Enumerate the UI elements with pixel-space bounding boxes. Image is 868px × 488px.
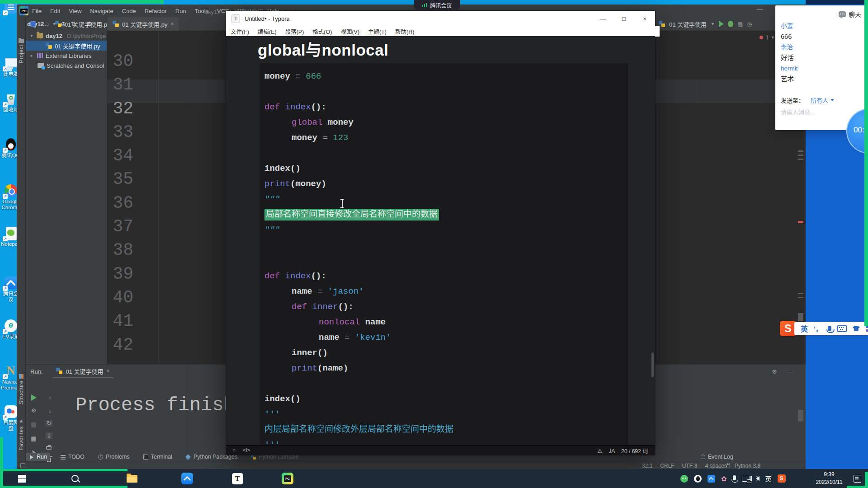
tool-stripe-structure[interactable]: Structure — [17, 374, 26, 404]
chevron-down-icon[interactable]: ▼ — [52, 22, 56, 26]
tree-item-file[interactable]: 01 关键字使用.py — [26, 41, 107, 51]
editor-tab[interactable]: 01 关键字使用.py × — [107, 17, 179, 31]
ime-mode-toggle[interactable]: 英 — [801, 323, 808, 334]
tray-icon[interactable] — [756, 476, 760, 481]
tool-window-tab[interactable]: TODO — [57, 453, 88, 461]
tool-window-tab[interactable]: Terminal — [140, 453, 175, 461]
lock-icon[interactable] — [726, 465, 730, 467]
outline-button[interactable]: ○ — [232, 447, 236, 453]
status-item[interactable]: UTF-8 — [682, 463, 698, 469]
tray-icon[interactable] — [733, 475, 736, 480]
menu-item[interactable]: 编辑(E) — [258, 27, 277, 36]
event-log-button[interactable]: Event Log — [701, 452, 733, 462]
menu-item[interactable]: Edit — [50, 8, 60, 14]
stop-button[interactable] — [31, 422, 36, 427]
tool-stripe-favorites[interactable]: ★ Favorites — [17, 418, 26, 450]
status-item[interactable]: Python 3.8 — [735, 463, 760, 469]
status-item[interactable]: 4 spaces — [705, 463, 727, 469]
chevron-down-icon[interactable] — [830, 99, 834, 101]
down-stack-button[interactable]: ↓ — [47, 407, 53, 414]
project-settings-button[interactable]: ⚙ — [87, 20, 93, 28]
taskbar-app[interactable] — [176, 469, 198, 488]
sender-name[interactable]: hermit — [781, 63, 860, 74]
menu-item[interactable]: 主题(T) — [368, 27, 387, 36]
maximize-button[interactable]: □ — [613, 11, 634, 26]
sogou-logo-icon[interactable]: S — [780, 321, 796, 336]
menu-item[interactable]: View — [69, 8, 81, 14]
typora-document[interactable]: global与nonlocal money = 666def index():g… — [226, 36, 655, 445]
menu-item[interactable]: File — [32, 8, 42, 14]
run-settings-icon[interactable]: ⚙ — [30, 407, 37, 414]
menu-item[interactable]: 文件(F) — [231, 27, 249, 36]
print-icon[interactable] — [46, 446, 52, 450]
typora-titlebar[interactable]: T Untitled• - Typora — □ × — [226, 11, 655, 26]
tool-stripe-project[interactable]: Project — [17, 39, 26, 63]
ime-mic-icon[interactable] — [828, 326, 831, 331]
taskbar-app[interactable]: PC — [277, 469, 298, 488]
taskbar-app[interactable] — [11, 469, 33, 488]
menu-item[interactable]: 视图(V) — [340, 27, 359, 36]
tray-icon[interactable]: 英 — [765, 474, 772, 483]
tree-item-scratches[interactable]: Scratches and Consol — [26, 61, 107, 70]
status-item[interactable]: CRLF — [660, 463, 674, 469]
collapse-all-button[interactable]: ⇅ — [71, 20, 76, 28]
run-hide-button[interactable]: — — [787, 368, 793, 375]
menu-item[interactable]: 段落(P) — [285, 27, 304, 36]
menu-item[interactable]: 帮助(H) — [395, 27, 414, 36]
restore-layout-button[interactable]: ↻ — [46, 420, 52, 427]
action-center-icon[interactable] — [854, 475, 861, 483]
expand-arrow-icon[interactable]: ▸ — [29, 53, 34, 58]
code-block[interactable]: money = 666def index():global moneymoney… — [260, 63, 628, 445]
minimize-button[interactable]: — — [593, 11, 613, 26]
tray-icon[interactable] — [680, 475, 688, 483]
send-to-dropdown[interactable]: 所有人 — [811, 96, 828, 104]
up-stack-button[interactable]: ↑ — [47, 394, 53, 401]
tray-icon[interactable] — [742, 476, 750, 482]
run-tab[interactable]: 01 关键字使用 × — [52, 365, 113, 378]
ime-punctuation-toggle[interactable]: ’， — [814, 324, 822, 333]
tool-window-tab[interactable]: Problems — [95, 453, 133, 461]
taskbar-app[interactable] — [121, 469, 143, 488]
tray-icon[interactable] — [694, 475, 702, 483]
ime-keyboard-icon[interactable] — [837, 325, 847, 332]
word-count[interactable]: 20 / 692 词 — [621, 447, 648, 455]
scroll-to-end-button[interactable]: ↧ — [46, 432, 52, 439]
tool-window-tab[interactable]: Run — [26, 453, 50, 461]
menu-item[interactable]: Run — [175, 8, 186, 14]
close-tab-icon[interactable]: × — [170, 21, 174, 27]
menu-item[interactable]: 格式(O) — [312, 27, 332, 36]
scrollbar-thumb[interactable] — [651, 352, 654, 377]
tool-window-switcher-icon[interactable] — [20, 463, 25, 468]
inspections-widget[interactable]: 1 ▼ — [760, 34, 775, 41]
close-button[interactable]: × — [634, 11, 655, 26]
tray-icon[interactable]: S — [778, 474, 786, 483]
menu-item[interactable]: Code — [122, 8, 136, 14]
close-tab-icon[interactable]: × — [107, 368, 110, 374]
taskbar-clock[interactable]: 9:39 2022/10/11 — [808, 471, 850, 486]
expand-arrow-icon[interactable]: ▾ — [29, 33, 34, 38]
ime-skin-icon[interactable] — [853, 326, 860, 331]
taskbar-app[interactable]: T — [218, 469, 256, 488]
desktop-icon-image: ↗ — [4, 276, 18, 290]
menu-item[interactable]: Refactor — [145, 8, 167, 14]
minimize-button[interactable]: — — [757, 5, 763, 13]
menu-item[interactable]: Navigate — [90, 8, 113, 14]
rerun-button[interactable] — [31, 394, 37, 401]
status-item[interactable]: 32:1 — [642, 463, 652, 469]
locate-file-button[interactable]: ⊕ — [61, 20, 66, 28]
meeting-toolbar-pill[interactable]: 腾讯会议 — [414, 0, 460, 10]
tree-item-external-libraries[interactable]: ▸ External Libraries — [26, 51, 107, 61]
source-mode-button[interactable]: </> — [243, 447, 250, 453]
layout-icon[interactable]: ▦ — [30, 435, 37, 442]
project-view-icon[interactable] — [30, 21, 36, 27]
sender-name[interactable]: 李治 — [781, 42, 860, 52]
tree-item-day12[interactable]: ▾ day12 D:\pythonProje — [26, 31, 107, 41]
sender-name[interactable]: 小蛮 — [781, 21, 860, 31]
tray-icon[interactable] — [708, 475, 715, 483]
project-view-selector[interactable]: P... — [40, 21, 47, 27]
run-settings-button[interactable]: ⚙ — [772, 368, 777, 375]
taskbar-app[interactable] — [64, 469, 86, 488]
tray-icon[interactable]: ✿ — [721, 475, 727, 483]
ime-toolbox-icon[interactable] — [866, 326, 868, 332]
message-input[interactable]: 请输入消息... — [781, 108, 815, 116]
